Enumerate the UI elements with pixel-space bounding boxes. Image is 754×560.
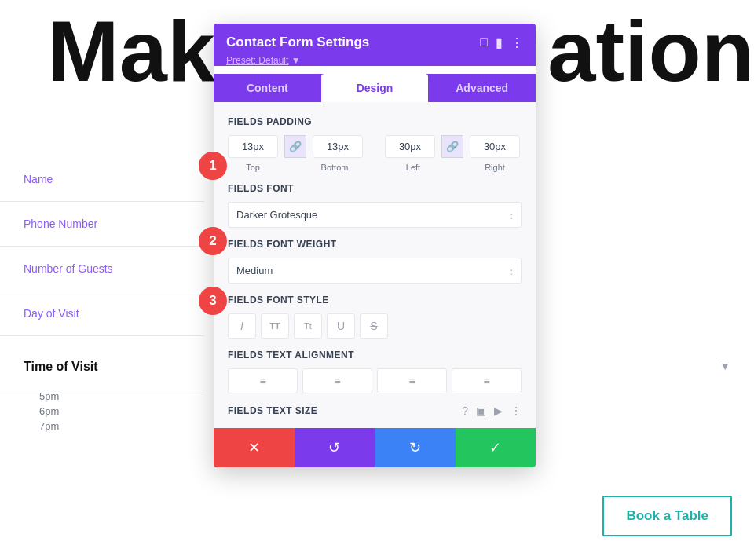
time-6pm: 6pm <box>39 405 204 417</box>
fields-font-weight-label: Fields Font Weight <box>228 239 522 250</box>
settings-panel: Contact Form Settings □ ▮ ⋮ Preset: Defa… <box>214 24 536 467</box>
font-style-buttons: I TT Tt U S <box>228 313 522 339</box>
fields-padding-inputs: 🔗 🔗 <box>228 135 522 158</box>
align-left-button[interactable]: ≡ <box>228 368 298 393</box>
label-phone: Phone Number <box>0 202 204 247</box>
strikethrough-button[interactable]: S <box>360 313 388 339</box>
fields-padding-label: Fields Padding <box>228 116 522 127</box>
padding-bottom-input[interactable] <box>313 135 363 158</box>
underline-button[interactable]: U <box>327 313 355 339</box>
bottom-label: Bottom <box>309 163 360 172</box>
align-right-button[interactable]: ≡ <box>377 368 447 393</box>
desktop-icon[interactable]: ▣ <box>476 404 486 417</box>
fields-font-style-label: Fields Font Style <box>228 295 522 306</box>
title-right-text: ation <box>547 8 754 94</box>
panel-title: Contact Form Settings <box>226 35 369 50</box>
padding-left-input[interactable] <box>385 135 435 158</box>
italic-button[interactable]: I <box>228 313 256 339</box>
step-3-circle: 3 <box>199 287 227 315</box>
capitalize-button[interactable]: Tt <box>294 313 322 339</box>
link-left-right-icon[interactable]: 🔗 <box>441 135 463 158</box>
fields-font-select[interactable]: Darker Grotesque <box>228 202 522 228</box>
tab-design[interactable]: Design <box>321 74 429 102</box>
link-top-bottom-icon[interactable]: 🔗 <box>284 135 306 158</box>
undo-button[interactable]: ↺ <box>295 428 375 467</box>
label-name: Name <box>0 157 204 202</box>
fields-font-label: Fields Font <box>228 183 522 194</box>
padding-labels: Top Bottom Left Right <box>228 163 522 172</box>
label-guests: Number of Guests <box>0 247 204 291</box>
padding-top-input[interactable] <box>228 135 278 158</box>
fields-font-weight-select-wrapper: Medium ↕ <box>228 258 522 284</box>
panel-header-top: Contact Form Settings □ ▮ ⋮ <box>226 35 523 50</box>
time-5pm: 5pm <box>39 390 204 402</box>
question-icon[interactable]: ? <box>462 404 468 417</box>
label-day: Day of Visit <box>0 291 204 336</box>
step-1-circle: 1 <box>199 152 227 180</box>
text-align-buttons: ≡ ≡ ≡ ≡ <box>228 368 522 393</box>
more-options-icon[interactable]: ⋮ <box>511 35 523 50</box>
fields-font-weight-select[interactable]: Medium <box>228 258 522 284</box>
align-center-button[interactable]: ≡ <box>302 368 372 393</box>
book-table-button[interactable]: Book a Table <box>602 496 732 536</box>
panel-header: Contact Form Settings □ ▮ ⋮ Preset: Defa… <box>214 24 536 66</box>
uppercase-button[interactable]: TT <box>261 313 289 339</box>
fields-text-size-row: Fields Text Size ? ▣ ▶ ⋮ <box>228 404 522 428</box>
fields-text-size-label: Fields Text Size <box>228 405 317 416</box>
left-label: Left <box>388 163 438 172</box>
cursor-icon[interactable]: ▶ <box>494 404 503 417</box>
preset-label: Preset: Default <box>226 55 288 66</box>
page-title: Mak <box>0 8 215 94</box>
panel-header-icons: □ ▮ ⋮ <box>480 35 523 50</box>
tab-advanced[interactable]: Advanced <box>428 74 536 102</box>
top-label: Top <box>228 163 278 172</box>
panel-body: Fields Padding 🔗 🔗 Top Bottom Left Right… <box>214 102 536 428</box>
align-justify-button[interactable]: ≡ <box>452 368 522 393</box>
time-7pm: 7pm <box>39 420 204 432</box>
dropdown-arrow-icon[interactable]: ▼ <box>719 360 730 372</box>
maximize-icon[interactable]: □ <box>480 35 488 49</box>
panel-tabs: Content Design Advanced <box>214 74 536 102</box>
fields-font-select-wrapper: Darker Grotesque ↕ <box>228 202 522 228</box>
panel-footer: ✕ ↺ ↻ ✓ <box>214 428 536 467</box>
right-label: Right <box>470 163 520 172</box>
columns-icon[interactable]: ▮ <box>496 35 503 50</box>
fields-text-size-icons: ? ▣ ▶ ⋮ <box>462 404 522 417</box>
more-icon[interactable]: ⋮ <box>511 404 522 417</box>
label-time-section: Time of Visit <box>0 336 204 390</box>
form-labels: Name Phone Number Number of Guests Day o… <box>0 157 204 440</box>
time-options: 5pm 6pm 7pm <box>0 390 204 440</box>
step-2-circle: 2 <box>199 227 227 255</box>
confirm-button[interactable]: ✓ <box>456 428 536 467</box>
padding-right-input[interactable] <box>470 135 520 158</box>
cancel-button[interactable]: ✕ <box>214 428 295 467</box>
fields-text-align-label: Fields Text Alignment <box>228 350 522 361</box>
panel-preset[interactable]: Preset: Default ▼ <box>226 55 523 66</box>
tab-content[interactable]: Content <box>214 74 321 102</box>
redo-button[interactable]: ↻ <box>375 428 456 467</box>
